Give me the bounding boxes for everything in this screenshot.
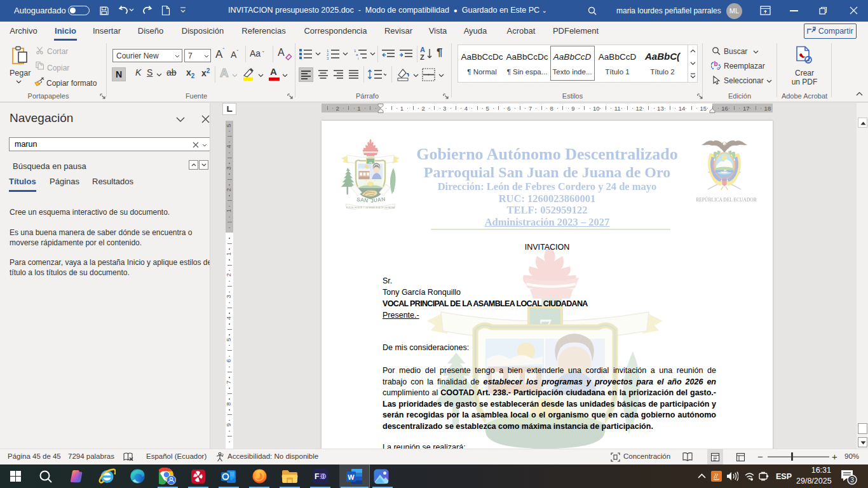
svg-text:F: F	[315, 472, 319, 481]
svg-text:3: 3	[850, 477, 854, 484]
svg-text:i: i	[358, 57, 358, 60]
svg-text:3: 3	[327, 57, 329, 60]
svg-text:c: c	[717, 65, 719, 71]
svg-text:?: ?	[221, 453, 224, 458]
svg-text:W: W	[348, 473, 355, 480]
